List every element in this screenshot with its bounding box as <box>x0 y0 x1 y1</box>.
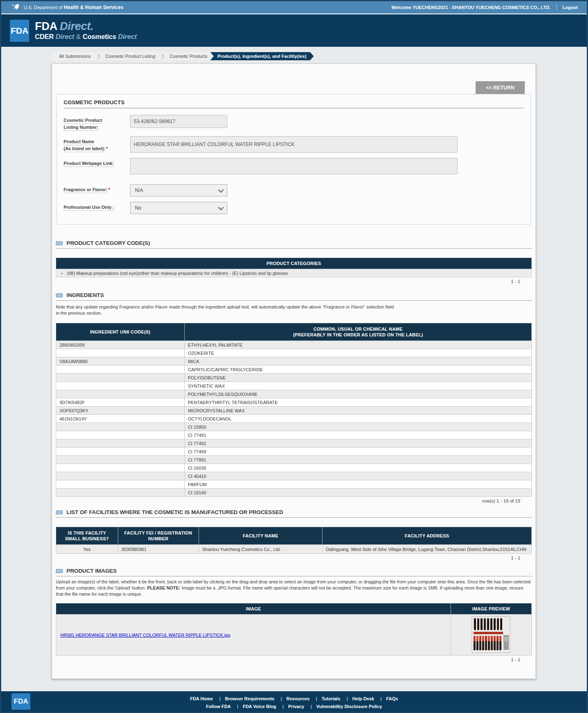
product-name-input[interactable] <box>130 136 458 153</box>
ingredient-unii-cell <box>56 374 185 382</box>
ingredient-unii-cell <box>56 423 185 431</box>
breadcrumb-strip: All Submissions Cosmetic Product Listing… <box>52 52 211 60</box>
breadcrumb-cosmetic-products[interactable]: Cosmetic Products <box>167 52 210 60</box>
facility-row: Yes 3030985981 Shantou Yuecheng Cosmetic… <box>56 545 532 554</box>
ingredient-name-cell: PENTAERYTHRITYL TETRAISOSTEARATE <box>184 398 531 407</box>
listing-number-label: Cosmetic Product Listing Number: <box>64 115 130 131</box>
hhs-topbar: U.S. Department of Health & Human Servic… <box>1 1 587 14</box>
footer-link[interactable]: FDA Home <box>190 696 213 701</box>
app-header: FDA FDA Direct. CDER Direct & Cosmetics … <box>1 14 587 47</box>
image-file-link[interactable]: HR581 HERORANGE STAR BRILLIANT COLORFUL … <box>60 633 230 638</box>
ingredient-unii-cell <box>56 489 185 497</box>
facility-name-column-header: FACILITY NAME <box>199 527 322 545</box>
ingredient-name-cell: SYNTHETIC WAX <box>184 382 531 390</box>
footer-link[interactable]: FDA Voice Blog <box>233 704 276 709</box>
ingredient-row: V8A1AW0880 MICA <box>56 357 532 366</box>
ingredient-name-cell: MICROCRYSTALLINE WAX <box>184 407 531 415</box>
ingredient-row: 9D7IK5483F PENTAERYTHRITYL TETRAISOSTEAR… <box>56 398 532 407</box>
ingredient-name-cell: CI 15850 <box>184 423 531 431</box>
footer-links: FDA Home Browser Requirements Resources … <box>1 691 587 710</box>
ingredient-row: SYNTHETIC WAX <box>56 382 532 390</box>
ingredient-unii-cell <box>56 472 185 480</box>
professional-use-select[interactable]: No <box>130 202 227 214</box>
ingredients-section-header: INGREDIENTS <box>56 292 532 301</box>
collapse-icon[interactable] <box>56 293 63 297</box>
breadcrumb-cosmetic-product-listing[interactable]: Cosmetic Product Listing <box>103 52 158 60</box>
professional-use-row: Professional Use Only : No <box>64 202 524 214</box>
product-name-label: Product Name (As listed on label):* <box>64 136 130 153</box>
ingredient-row: CI 77499 <box>56 448 532 456</box>
ingredient-name-cell: OCTYLDODECANOL <box>184 415 531 423</box>
ingredient-unii-cell <box>56 382 185 390</box>
fragrance-row: Fragrance or Flavor:* N/A <box>64 184 524 197</box>
facilities-section-header: LIST OF FACILITIES WHERE THE COSMETIC IS… <box>56 509 532 518</box>
ingredient-row: CAPRYLIC/CAPRIC TRIGLYCERIDE <box>56 366 532 374</box>
fda-logo: FDA <box>10 20 29 42</box>
hhs-logo-icon <box>11 3 20 12</box>
breadcrumb-all-submissions[interactable]: All Submissions <box>57 52 94 60</box>
webpage-link-label: Product Webpage Link: <box>64 158 130 174</box>
ingredient-unii-cell <box>56 366 185 374</box>
collapse-icon[interactable] <box>56 241 63 245</box>
ingredient-name-cell: POLYISOBUTENE <box>184 374 531 382</box>
logout-link[interactable]: Logout <box>563 5 578 10</box>
footer-link[interactable]: Tutorials <box>311 696 341 701</box>
ingredient-name-cell: PARFUM <box>184 480 531 489</box>
product-image-thumbnail[interactable] <box>471 616 510 653</box>
footer-link[interactable]: Resources <box>276 696 309 701</box>
fei-cell: 3030985981 <box>118 545 199 554</box>
fda-footer-logo: FDA <box>11 693 30 710</box>
images-instructions: Upload an image(s) of the label, whether… <box>56 579 532 597</box>
footer-link[interactable]: FAQs <box>376 696 398 701</box>
category-section-header: PRODUCT CATEGORY CODE(S) <box>56 240 532 249</box>
ingredient-unii-cell <box>56 439 185 448</box>
dept-title: U.S. Department of Health & Human Servic… <box>24 5 124 10</box>
images-section-header: PRODUCT IMAGES <box>56 568 532 576</box>
footer-link[interactable]: Vulnerability Disclosure Policy <box>306 704 382 709</box>
professional-use-label: Professional Use Only : <box>64 202 130 214</box>
ingredient-name-cell: MICA <box>184 357 531 366</box>
chemical-name-column-header: COMMON, USUAL OR CHEMICAL NAME (PREFERAB… <box>184 323 531 341</box>
ingredient-unii-cell <box>56 431 185 439</box>
footer-link[interactable]: Browser Requirements <box>215 696 274 701</box>
ingredient-unii-cell <box>56 464 185 472</box>
ingredient-name-cell: CI 77891 <box>184 456 531 464</box>
ingredient-name-cell: CI 19140 <box>184 489 531 497</box>
category-row: (08) Makeup preparations (not eye)(other… <box>56 269 532 277</box>
footer-link[interactable]: Follow FDA <box>206 704 231 709</box>
categories-pagination: 1 - 1 <box>56 279 532 284</box>
ingredient-name-cell: CI 16035 <box>184 464 531 472</box>
small-business-cell: Yes <box>56 545 118 554</box>
product-name-row: Product Name (As listed on label):* <box>64 136 524 153</box>
cosmetic-products-card: COSMETIC PRODUCTS Cosmetic Product Listi… <box>57 94 531 224</box>
footer-link[interactable]: Help Desk <box>342 696 374 701</box>
return-button[interactable]: << RETURN <box>476 81 525 94</box>
topbar-divider <box>556 4 557 11</box>
footer-link[interactable]: Privacy <box>278 704 304 709</box>
ingredient-unii-cell <box>56 349 185 357</box>
ingredient-row: POLYMETHYLSILSESQUIOXANE <box>56 390 532 398</box>
product-categories-table: PRODUCT CATEGORIES (08) Makeup preparati… <box>56 258 532 277</box>
collapse-icon[interactable] <box>56 569 63 573</box>
ingredient-name-cell: CI 45410 <box>184 472 531 480</box>
webpage-link-input[interactable] <box>130 158 458 174</box>
fragrance-select[interactable]: N/A <box>130 184 227 197</box>
listing-number-input[interactable] <box>130 115 227 128</box>
chevron-right-icon <box>95 54 101 59</box>
image-column-header: IMAGE <box>56 603 451 615</box>
small-business-column-header: IS THIS FACILITY SMALL BUSINESS? <box>56 527 118 545</box>
ingredient-row: CI 16035 <box>56 464 532 472</box>
app-title: FDA Direct. CDER Direct & Cosmetics Dire… <box>35 21 137 41</box>
ingredient-row: 461N1O614Y OCTYLDODECANOL <box>56 415 532 423</box>
ingredient-name-cell: CI 77492 <box>184 439 531 448</box>
fei-column-header: FACILITY FEI / REGISTRATION NUMBER <box>118 527 199 545</box>
image-row: HR581 HERORANGE STAR BRILLIANT COLORFUL … <box>56 615 532 656</box>
ingredient-name-cell: POLYMETHYLSILSESQUIOXANE <box>184 390 531 398</box>
collapse-icon[interactable] <box>56 510 63 514</box>
categories-table-header: PRODUCT CATEGORIES <box>56 258 532 269</box>
ingredient-unii-cell: 9D7IK5483F <box>56 398 185 407</box>
ingredients-note: Note that any update regarding Fragrance… <box>56 304 532 316</box>
ingredient-unii-cell: 2865993309 <box>56 341 185 349</box>
image-preview-column-header: IMAGE PREVIEW <box>451 603 531 615</box>
chevron-right-icon <box>159 54 165 59</box>
